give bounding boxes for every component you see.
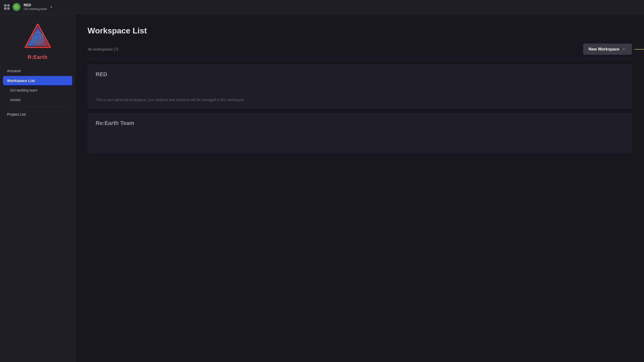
sidebar-item-workspace-list[interactable]: Workspace List <box>3 76 72 85</box>
apps-icon[interactable] <box>4 4 10 10</box>
arrow-annotation <box>634 49 644 50</box>
sidebar-item-assets[interactable]: Assets <box>3 95 72 104</box>
all-workspaces-label: All workspaces (7) <box>88 47 118 51</box>
topbar: 🟢 RED Oct working team ▾ <box>0 0 644 14</box>
topbar-subtitle: Oct working team <box>24 7 47 11</box>
section-divider <box>88 59 632 59</box>
logo-area: R:Earth <box>0 14 75 66</box>
topbar-title: RED <box>24 3 47 7</box>
avatar: 🟢 <box>13 3 21 11</box>
workspace-card-title-reearth: Re:Earth Team <box>96 120 624 126</box>
arrow-left-icon: ← <box>622 47 626 52</box>
layout: R:Earth Account Workspace List Oct worki… <box>0 14 644 362</box>
sidebar-item-project-list[interactable]: Project List <box>3 110 72 119</box>
chevron-down-icon[interactable]: ▾ <box>51 5 52 9</box>
workspace-card-title-red: RED <box>96 71 624 78</box>
logo-text: R:Earth <box>28 54 48 60</box>
page-header: Workspace List <box>88 26 632 35</box>
logo-image <box>23 22 53 52</box>
workspace-card-red[interactable]: RED This is your personal workspace, you… <box>88 64 632 109</box>
sidebar: R:Earth Account Workspace List Oct worki… <box>0 14 75 362</box>
workspace-card-reearth[interactable]: Re:Earth Team <box>88 113 632 154</box>
sidebar-item-account[interactable]: Account <box>3 66 72 75</box>
sidebar-nav: Account Workspace List Oct working team … <box>0 66 75 119</box>
sidebar-item-oct-working-team[interactable]: Oct working team <box>3 86 72 95</box>
page-title: Workspace List <box>88 26 147 35</box>
new-workspace-button[interactable]: New Workspace ← <box>583 43 632 55</box>
topbar-info: RED Oct working team <box>24 3 47 11</box>
sidebar-divider <box>6 107 69 107</box>
workspace-card-desc-red: This is your personal workspace, your pr… <box>96 98 624 102</box>
main-content: Workspace List All workspaces (7) New Wo… <box>75 14 644 362</box>
